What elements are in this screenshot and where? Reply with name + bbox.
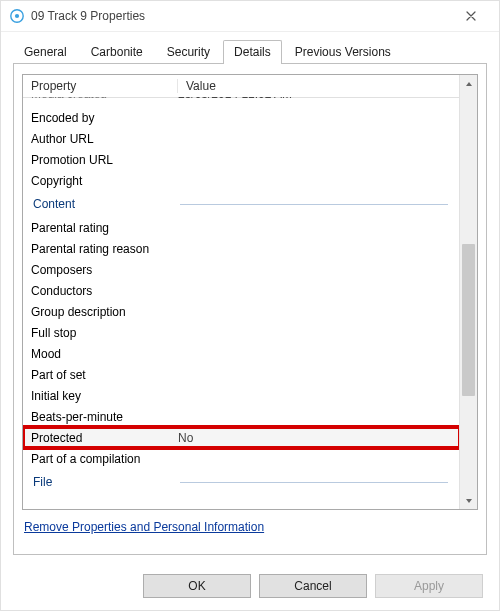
scroll-track[interactable] xyxy=(460,92,477,492)
tab-security[interactable]: Security xyxy=(156,40,221,64)
property-value: 25/05/2014 11:02 AM xyxy=(178,97,460,101)
table-row[interactable]: Encoded by xyxy=(23,107,460,128)
table-row[interactable]: ProtectedNo xyxy=(23,427,460,448)
table-row[interactable]: Initial key xyxy=(23,385,460,406)
property-name: Beats-per-minute xyxy=(31,410,178,424)
scroll-up-arrow[interactable] xyxy=(460,75,477,92)
table-row[interactable]: Parental rating xyxy=(23,217,460,238)
table-row[interactable]: Mood xyxy=(23,343,460,364)
table-row[interactable]: Beats-per-minute xyxy=(23,406,460,427)
property-name: Media created xyxy=(31,97,178,101)
property-name: Encoded by xyxy=(31,111,178,125)
property-name: Mood xyxy=(31,347,178,361)
tab-details[interactable]: Details xyxy=(223,40,282,64)
column-headers: Property Value xyxy=(23,75,477,98)
tab-general[interactable]: General xyxy=(13,40,78,64)
property-name: Composers xyxy=(31,263,178,277)
table-row[interactable]: Author URL xyxy=(23,128,460,149)
property-name: Conductors xyxy=(31,284,178,298)
property-name: Full stop xyxy=(31,326,178,340)
group-label: File xyxy=(31,471,180,493)
table-row[interactable]: Full stop xyxy=(23,322,460,343)
property-name: Part of a compilation xyxy=(31,452,178,466)
property-list: Property Value Media created25/05/2014 1… xyxy=(22,74,478,510)
property-name: Protected xyxy=(31,431,178,445)
table-row[interactable]: Composers xyxy=(23,259,460,280)
remove-properties-link-row: Remove Properties and Personal Informati… xyxy=(22,520,478,534)
table-row[interactable]: Copyright xyxy=(23,170,460,191)
col-value[interactable]: Value xyxy=(178,79,477,93)
scroll-down-arrow[interactable] xyxy=(460,492,477,509)
property-name: Copyright xyxy=(31,174,178,188)
client-area: GeneralCarboniteSecurityDetailsPrevious … xyxy=(1,32,499,555)
property-name: Promotion URL xyxy=(31,153,178,167)
remove-properties-link[interactable]: Remove Properties and Personal Informati… xyxy=(24,520,264,534)
group-header-content: Content xyxy=(23,191,460,217)
property-name: Author URL xyxy=(31,132,178,146)
table-row[interactable]: Media created25/05/2014 11:02 AM xyxy=(23,97,460,107)
dialog-buttons: OK Cancel Apply xyxy=(143,574,483,598)
table-row[interactable]: Conductors xyxy=(23,280,460,301)
group-separator xyxy=(180,204,448,205)
titlebar: 09 Track 9 Properties xyxy=(1,1,499,32)
table-row[interactable]: Part of set xyxy=(23,364,460,385)
table-row[interactable]: Parental rating reason xyxy=(23,238,460,259)
property-name: Part of set xyxy=(31,368,178,382)
tab-carbonite[interactable]: Carbonite xyxy=(80,40,154,64)
table-row[interactable]: Promotion URL xyxy=(23,149,460,170)
property-rows: Media created25/05/2014 11:02 AMEncoded … xyxy=(23,97,460,509)
col-property[interactable]: Property xyxy=(23,79,178,93)
ok-button[interactable]: OK xyxy=(143,574,251,598)
group-label: Content xyxy=(31,193,180,215)
property-name: Parental rating xyxy=(31,221,178,235)
vertical-scrollbar[interactable] xyxy=(459,75,477,509)
table-row[interactable]: Part of a compilation xyxy=(23,448,460,469)
property-name: Parental rating reason xyxy=(31,242,178,256)
details-tabpage: Property Value Media created25/05/2014 1… xyxy=(13,63,487,555)
group-separator xyxy=(180,482,448,483)
tab-prevver[interactable]: Previous Versions xyxy=(284,40,402,64)
property-value: No xyxy=(178,431,460,445)
properties-dialog: 09 Track 9 Properties GeneralCarboniteSe… xyxy=(0,0,500,611)
window-title: 09 Track 9 Properties xyxy=(31,9,145,23)
app-icon xyxy=(9,8,25,24)
scroll-thumb[interactable] xyxy=(462,244,475,396)
close-button[interactable] xyxy=(451,2,491,30)
property-name: Initial key xyxy=(31,389,178,403)
svg-point-1 xyxy=(15,14,19,18)
group-header-clipped: File xyxy=(23,469,460,495)
apply-button: Apply xyxy=(375,574,483,598)
tab-strip: GeneralCarboniteSecurityDetailsPrevious … xyxy=(13,40,487,64)
property-name: Group description xyxy=(31,305,178,319)
table-row[interactable]: Group description xyxy=(23,301,460,322)
cancel-button[interactable]: Cancel xyxy=(259,574,367,598)
